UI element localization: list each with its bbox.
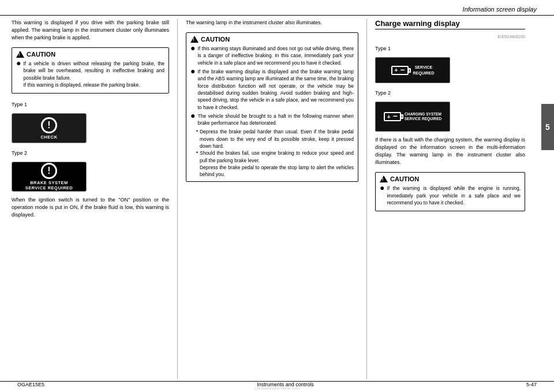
caution-bullet-right-1: ● If the warning is displayed while the … [380,185,521,206]
required-1: REQUIRED [413,70,435,76]
bullet-dot-r1: ● [380,184,384,192]
caution-text-mid-1: If this warning stays illuminated and do… [197,45,354,66]
battery-terminal-2 [400,114,403,119]
col-right: Charge warning display E00524806200 Type… [375,19,542,379]
caution-header-left: CAUTION [16,51,164,58]
caution-triangle-left [16,51,24,58]
col-left-outro: When the ignition switch is turned to th… [12,196,169,219]
header-title: Information screen display [463,6,537,13]
caution-text-right-1: If the warning is displayed while the en… [387,185,521,206]
col-divider-2 [366,19,367,379]
sub-text-1: Depress the brake pedal harder than usua… [200,128,354,150]
minus-sign-2: − [393,111,398,121]
bullet-dot: ● [16,59,21,67]
caution-bullet-left-1: ● If a vehicle is driven without releasi… [16,60,164,88]
side-tab-label: 5 [545,122,550,132]
service-required-text-1: SERVICE REQUIRED [413,65,435,75]
col-right-info: If there is a fault with the charging sy… [375,136,525,166]
section-heading-right: Charge warning display [375,19,525,29]
col-divider-1 [177,19,178,379]
minus-sign-1: − [400,65,405,74]
side-tab: 5 [541,104,554,150]
battery-body-1: + − [391,66,409,75]
type2-image-left: ! BRAKE SYSTEMSERVICE REQUIRED [12,162,87,192]
service-req-2: SERVICE REQUIRED [405,117,442,121]
content-area: This warning is displayed if you drive w… [0,19,554,379]
sub-bullet-1: • Depress the brake pedal harder than us… [196,128,354,150]
caution-triangle-right [380,176,388,182]
col-right-caution: CAUTION ● If the warning is displayed wh… [375,172,525,211]
bullet-dot-m3: ● [190,111,195,120]
battery-body-2: + − [384,112,401,121]
col-left-caution: CAUTION ● If a vehicle is driven without… [12,47,169,94]
caution-triangle-mid [190,36,199,43]
caution-bullet-mid-1: ● If this warning stays illuminated and … [190,45,354,66]
caution-text-left-1: If a vehicle is driven without releasing… [23,60,164,88]
caution-label-left: CAUTION [27,51,55,58]
caution-text-mid-2: If the brake warning display is displaye… [197,68,354,111]
charging-1: CHARGING SYSTEM [405,112,442,117]
charging-system-text: CHARGING SYSTEM SERVICE REQUIRED [405,112,442,122]
charge-img-type2: + − CHARGING SYSTEM SERVICE REQUIRED [375,102,450,132]
bullet-dot-m1: ● [190,44,195,52]
warn-icon-circle: ! [41,117,57,133]
warn-exclaim-2: ! [47,166,50,176]
service-req-1: SERVICE [413,65,435,70]
col-mid-intro: The warning lamp in the instrument clust… [186,19,358,27]
plus-sign-2: + [387,114,391,120]
battery-icon-type2: + − [384,112,401,121]
type2-label-left: Type 2 [12,150,169,156]
watermark: carmanualsonline.info [0,386,554,392]
sub-bullet-2: • Should the brakes fail, use engine bra… [196,150,354,178]
sub-dot-1: • [196,128,198,150]
battery-terminal-1 [408,68,411,73]
type1-label-right: Type 1 [375,46,525,51]
page-header: Information screen display [0,6,554,16]
warn-exclaim: ! [47,120,50,130]
type2-label-right: Type 2 [375,90,525,96]
sub-dot-2: • [196,150,198,178]
caution-header-mid: CAUTION [190,36,354,43]
bullet-dot-m2: ● [190,67,195,75]
col-left-intro: This warning is displayed if you drive w… [12,19,169,42]
charge-img-type1: + − SERVICE REQUIRED [375,57,450,83]
type1-image-left: ! CHECK [12,113,87,143]
page-container: Information screen display 5 This warnin… [0,0,554,392]
caution-label-mid: CAUTION [201,36,230,43]
sub-text-2: Should the brakes fail, use engine braki… [200,150,354,178]
caution-header-right: CAUTION [380,176,521,182]
caution-label-right: CAUTION [390,176,419,182]
ref-num: E00524806200 [375,35,525,39]
type1-label-left: Type 1 [12,102,169,107]
warn-label-brake: BRAKE SYSTEMSERVICE REQUIRED [25,180,73,191]
col-mid-caution: CAUTION ● If this warning stays illumina… [186,32,358,182]
warn-icon-circle-2: ! [41,163,57,179]
col-mid: The warning lamp in the instrument clust… [186,19,358,379]
plus-sign-1: + [395,67,398,73]
caution-bullet-mid-2: ● If the brake warning display is displa… [190,68,354,111]
col-left: This warning is displayed if you drive w… [12,19,169,379]
sub-bullets: • Depress the brake pedal harder than us… [196,128,354,178]
caution-bullet-mid-3: ● The vehicle should be brought to a hal… [190,113,354,127]
battery-icon-type1: + − [391,66,409,75]
warn-label-check: CHECK [40,135,57,140]
caution-text-mid-3: The vehicle should be brought to a halt … [197,113,354,127]
